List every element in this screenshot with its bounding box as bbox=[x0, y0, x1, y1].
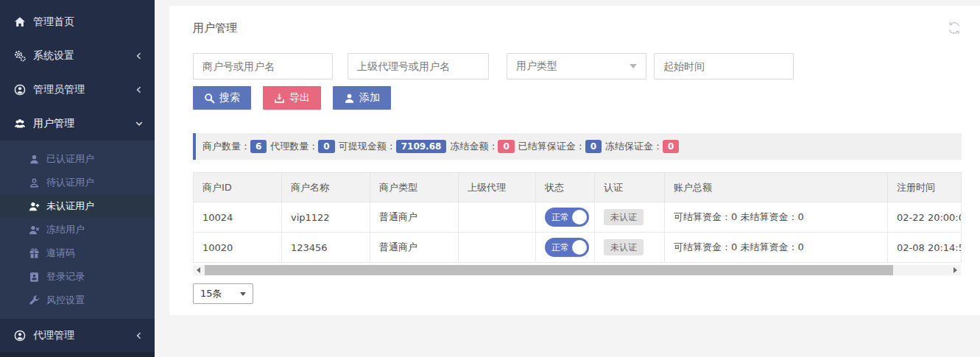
add-button-label: 添加 bbox=[359, 91, 380, 105]
sidebar-item-label: 待认证用户 bbox=[46, 176, 94, 189]
stat-badge: 0 bbox=[498, 140, 514, 153]
main-content: 用户管理 用户类型 搜索 bbox=[155, 0, 980, 357]
column-header-register-time: 注册时间 bbox=[888, 173, 962, 202]
sidebar-item-label: 未认证用户 bbox=[46, 199, 94, 213]
cell-account-total: 可结算资金：0 未结算资金：0 bbox=[665, 202, 888, 233]
sidebar-bottom-strip bbox=[0, 352, 155, 357]
column-header-merchant-type: 商户类型 bbox=[370, 173, 459, 202]
scroll-right-arrow[interactable] bbox=[950, 265, 961, 275]
chevron-left-icon bbox=[135, 86, 143, 93]
sidebar-item-dashboard[interactable]: 管理首页 bbox=[0, 5, 155, 39]
scrollbar-thumb[interactable] bbox=[205, 265, 893, 275]
admin-circle-icon bbox=[13, 84, 27, 96]
sidebar-item-login-records[interactable]: 登录记录 bbox=[0, 265, 155, 289]
toggle-knob-icon bbox=[572, 210, 587, 225]
filter-row: 用户类型 bbox=[193, 53, 962, 79]
status-toggle[interactable]: 正常 bbox=[545, 208, 589, 227]
sidebar-item-label: 冻结用户 bbox=[46, 223, 85, 236]
wrench-icon bbox=[28, 295, 40, 306]
stat-withdrawable-amount: 可提现金额：7109.68 bbox=[339, 140, 447, 153]
stat-label: 已结算保证金： bbox=[518, 140, 585, 153]
triangle-left-icon bbox=[197, 267, 200, 273]
table-row: 10020 123456 普通商户 正常 未认证 可结算资金：0 未结算资金：0 bbox=[194, 233, 962, 263]
horizontal-scrollbar[interactable] bbox=[193, 265, 961, 275]
refresh-icon[interactable] bbox=[947, 21, 962, 35]
sidebar-item-risk-settings[interactable]: 风控设置 bbox=[0, 289, 155, 312]
stat-merchant-count: 商户数量：6 bbox=[202, 140, 267, 153]
stat-settled-deposit: 已结算保证金：0 bbox=[518, 140, 602, 153]
toggle-knob-icon bbox=[572, 240, 587, 255]
stat-frozen-amount: 冻结金额：0 bbox=[450, 140, 514, 153]
column-header-account-total: 账户总额 bbox=[665, 173, 888, 202]
user-management-submenu: 已认证用户 待认证用户 未认证用户 冻结用户 邀请码 bbox=[0, 141, 155, 319]
sidebar-item-label: 管理员管理 bbox=[33, 83, 85, 96]
search-button-label: 搜索 bbox=[219, 91, 240, 105]
table-header-row: 商户ID 商户名称 商户类型 上级代理 状态 认证 账户总额 注册时间 bbox=[194, 173, 962, 202]
cell-register-time: 02-22 20:00:02 bbox=[888, 202, 962, 233]
auth-badge: 未认证 bbox=[604, 209, 644, 225]
cell-auth: 未认证 bbox=[595, 202, 665, 233]
sidebar-item-agent-management[interactable]: 代理管理 bbox=[0, 319, 155, 353]
sidebar-item-label: 邀请码 bbox=[46, 247, 75, 260]
caret-down-icon bbox=[240, 292, 246, 296]
stat-label: 冻结保证金： bbox=[605, 140, 663, 153]
cell-register-time: 02-08 20:14:58 bbox=[888, 233, 962, 263]
sidebar-item-frozen-users[interactable]: 冻结用户 bbox=[0, 218, 155, 241]
status-toggle[interactable]: 正常 bbox=[545, 238, 589, 257]
cell-account-total: 可结算资金：0 未结算资金：0 bbox=[665, 233, 888, 263]
cell-parent-agent bbox=[459, 202, 536, 233]
users-table: 商户ID 商户名称 商户类型 上级代理 状态 认证 账户总额 注册时间 1002… bbox=[193, 172, 962, 263]
users-icon bbox=[13, 118, 27, 130]
address-book-icon bbox=[28, 272, 40, 283]
cell-status: 正常 bbox=[536, 202, 595, 233]
search-button[interactable]: 搜索 bbox=[193, 86, 251, 110]
sidebar-item-label: 管理首页 bbox=[33, 15, 74, 29]
start-time-input[interactable] bbox=[654, 53, 794, 79]
toolbar: 搜索 导出 添加 bbox=[193, 86, 962, 110]
cell-merchant-name: 123456 bbox=[282, 233, 370, 263]
status-toggle-label: 正常 bbox=[551, 211, 569, 224]
sidebar-item-admin-management[interactable]: 管理员管理 bbox=[0, 73, 155, 107]
stat-label: 冻结金额： bbox=[450, 140, 498, 153]
sidebar-item-label: 用户管理 bbox=[33, 117, 74, 130]
stat-label: 可提现金额： bbox=[339, 140, 396, 153]
user-management-panel: 用户管理 用户类型 搜索 bbox=[169, 6, 980, 315]
stat-badge: 0 bbox=[663, 140, 679, 153]
chevron-left-icon bbox=[135, 52, 143, 60]
table-row: 10024 vip1122 普通商户 正常 未认证 可结算资金：0 未结算资金：… bbox=[194, 202, 962, 233]
sidebar-item-label: 风控设置 bbox=[46, 294, 85, 307]
gift-icon bbox=[28, 248, 40, 259]
stats-bar: 商户数量：6 代理数量：0 可提现金额：7109.68 冻结金额：0 已结算保证… bbox=[193, 133, 962, 160]
column-header-status: 状态 bbox=[536, 173, 595, 202]
merchant-search-input[interactable] bbox=[193, 53, 333, 79]
sidebar-item-system-settings[interactable]: 系统设置 bbox=[0, 39, 155, 73]
column-header-auth: 认证 bbox=[595, 173, 665, 202]
cell-status: 正常 bbox=[536, 233, 595, 263]
export-button[interactable]: 导出 bbox=[263, 86, 321, 110]
sidebar-item-pending-users[interactable]: 待认证用户 bbox=[0, 171, 155, 194]
stat-agent-count: 代理数量：0 bbox=[270, 140, 334, 153]
user-type-select[interactable]: 用户类型 bbox=[507, 53, 646, 79]
sidebar-item-invite-code[interactable]: 邀请码 bbox=[0, 241, 155, 265]
cell-merchant-type: 普通商户 bbox=[370, 202, 459, 233]
status-toggle-label: 正常 bbox=[551, 241, 569, 254]
cell-merchant-id: 10020 bbox=[194, 233, 282, 263]
scroll-left-arrow[interactable] bbox=[193, 265, 204, 275]
sidebar-item-verified-users[interactable]: 已认证用户 bbox=[0, 147, 155, 171]
chevron-left-icon bbox=[135, 332, 143, 339]
sidebar-item-user-management[interactable]: 用户管理 bbox=[0, 107, 155, 141]
gears-icon bbox=[13, 50, 27, 62]
caret-down-icon bbox=[630, 64, 637, 68]
sidebar-item-label: 已认证用户 bbox=[46, 152, 94, 166]
stat-label: 商户数量： bbox=[202, 140, 250, 153]
user-x-icon bbox=[28, 225, 40, 236]
agent-search-input[interactable] bbox=[348, 53, 489, 79]
page-size-select[interactable]: 15条 bbox=[193, 283, 253, 304]
column-header-merchant-id: 商户ID bbox=[194, 173, 282, 202]
sidebar-item-unverified-users[interactable]: 未认证用户 bbox=[0, 194, 155, 218]
add-button[interactable]: 添加 bbox=[333, 86, 391, 110]
search-icon bbox=[204, 93, 215, 104]
sidebar-item-label: 登录记录 bbox=[46, 270, 85, 283]
home-icon bbox=[13, 16, 27, 28]
cell-merchant-name: vip1122 bbox=[282, 202, 370, 233]
